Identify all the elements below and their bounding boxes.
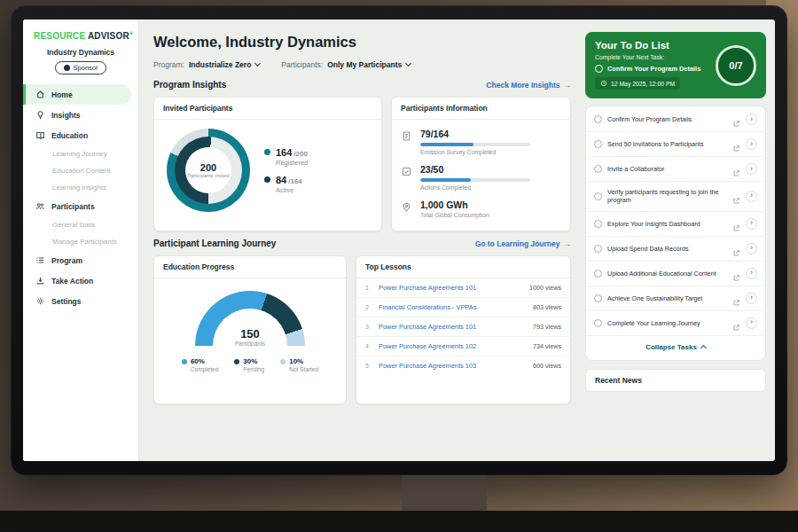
- program-insights-cards: Invited Participants 200 Participants In…: [153, 97, 571, 231]
- sidebar-item-label: Education: [51, 131, 88, 140]
- task-row-explore-insights[interactable]: Explore Your Insights Dashboard ›: [586, 212, 765, 237]
- participants-information-card: Participants Information 79/164 Emission…: [391, 97, 571, 231]
- checkbox-icon[interactable]: [594, 245, 602, 253]
- task-row-complete-learning-journey[interactable]: Complete Your Learning Journey ›: [586, 311, 765, 336]
- sidebar-item-program[interactable]: Program: [23, 250, 138, 270]
- checkbox-icon[interactable]: [594, 165, 602, 173]
- education-progress-card: Education Progress 150 Participants: [153, 255, 347, 404]
- checkbox-icon[interactable]: [594, 319, 602, 327]
- legend-pct: 10%: [289, 357, 303, 365]
- go-to-learning-journey-link[interactable]: Go to Learning Journey →: [475, 239, 571, 248]
- progress-fill: [420, 178, 471, 182]
- external-link-icon: [732, 192, 740, 200]
- task-label: Explore Your Insights Dashboard: [607, 220, 727, 228]
- todo-progress-value: 0/7: [729, 60, 742, 71]
- collapse-tasks-button[interactable]: Collapse Tasks: [586, 336, 765, 359]
- learning-journey-header: Participant Learning Journey Go to Learn…: [153, 239, 571, 248]
- chevron-right-icon[interactable]: ›: [746, 218, 757, 230]
- lesson-row: 2 Financial Considerations - VPPAs 803 v…: [356, 298, 570, 317]
- chevron-right-icon[interactable]: ›: [746, 191, 757, 202]
- sponsor-label: Sponsor: [74, 64, 98, 72]
- task-row-confirm-program[interactable]: Confirm Your Program Details ›: [586, 107, 765, 132]
- lesson-title-link[interactable]: Power Purchase Agreements 103: [379, 362, 526, 370]
- lesson-views: 803 views: [533, 303, 561, 311]
- chevron-right-icon[interactable]: ›: [746, 268, 757, 279]
- legend-pct: 30%: [243, 357, 257, 365]
- legend-item-active: 84 /164 Active: [264, 175, 308, 194]
- org-name: Industry Dynamics: [28, 48, 133, 57]
- chevron-down-icon: [405, 60, 411, 66]
- check-more-insights-link[interactable]: Check More Insights →: [486, 81, 571, 90]
- external-link-icon: [732, 220, 740, 228]
- checkbox-icon[interactable]: [594, 115, 602, 123]
- legend-label: Completed: [191, 366, 218, 372]
- desk-shadow: [0, 511, 798, 532]
- stat-consumption: 1,000 GWh Total Global Consumption: [401, 200, 561, 218]
- legend-label: Registered: [276, 159, 308, 167]
- stat-emission-survey: 79/164 Emission Survey Completed: [401, 129, 561, 155]
- checkbox-icon[interactable]: [594, 192, 602, 200]
- lesson-title-link[interactable]: Financial Considerations - VPPAs: [379, 303, 526, 311]
- task-label: Upload Additional Educational Content: [607, 270, 727, 278]
- todo-next-task[interactable]: Confirm Your Program Details: [595, 65, 715, 73]
- sidebar-item-manage-participants[interactable]: Manage Participants: [23, 233, 138, 250]
- legend-label: Active: [276, 186, 308, 194]
- task-row-upload-spend-data[interactable]: Upload Spend Data Records ›: [586, 237, 765, 262]
- checkbox-icon[interactable]: [595, 65, 603, 73]
- chevron-right-icon[interactable]: ›: [746, 317, 757, 329]
- sidebar-item-insights[interactable]: Insights: [23, 105, 138, 125]
- photo-background: RESOURCE ADVISOR+ Industry Dynamics Spon…: [0, 0, 798, 532]
- external-link-icon: [732, 270, 740, 278]
- todo-next-task-label: Confirm Your Program Details: [607, 65, 700, 73]
- checkbox-icon[interactable]: [594, 220, 602, 228]
- sidebar-item-education-content[interactable]: Education Content: [23, 162, 138, 179]
- link-label: Go to Learning Journey: [475, 239, 560, 248]
- chevron-right-icon[interactable]: ›: [746, 243, 757, 254]
- sidebar-item-take-action[interactable]: Take Action: [23, 270, 138, 291]
- checkbox-icon[interactable]: [594, 140, 602, 148]
- chevron-right-icon[interactable]: ›: [746, 113, 757, 125]
- task-row-send-invitations[interactable]: Send 50 Invitations to Participants ›: [586, 132, 765, 157]
- task-row-achieve-target[interactable]: Achieve One Sustainability Target ›: [586, 286, 765, 311]
- learning-journey-cards: Education Progress 150 Participants: [153, 255, 571, 404]
- brand-logo[interactable]: RESOURCE ADVISOR+: [23, 20, 138, 45]
- legend-item-pending: 30% Pending: [234, 357, 264, 372]
- legend-total: /164: [288, 177, 302, 185]
- checkbox-icon[interactable]: [594, 294, 602, 302]
- section-title: Program Insights: [153, 80, 226, 90]
- sidebar-item-learning-insights[interactable]: Learning Insights: [23, 179, 138, 196]
- lesson-title-link[interactable]: Power Purchase Agreements 102: [379, 342, 526, 350]
- task-row-upload-educational-content[interactable]: Upload Additional Educational Content ›: [586, 262, 765, 286]
- filter-value: Industrialize Zero: [189, 60, 251, 69]
- checkbox-icon[interactable]: [594, 270, 602, 278]
- sidebar-item-settings[interactable]: Settings: [23, 291, 138, 311]
- recent-news-header[interactable]: Recent News: [585, 369, 766, 392]
- sidebar-item-general-data[interactable]: General Data: [23, 216, 138, 233]
- lesson-rank: 4: [365, 343, 372, 349]
- sidebar-item-participants[interactable]: Participants: [23, 196, 138, 216]
- sidebar-item-label: Take Action: [51, 277, 93, 286]
- lesson-title-link[interactable]: Power Purchase Agreements 101: [379, 284, 522, 292]
- sidebar-item-learning-journey[interactable]: Learning Journey: [23, 145, 138, 162]
- progress-fill: [420, 143, 473, 146]
- task-row-verify-participants[interactable]: Verify participants requesting to join t…: [586, 182, 765, 212]
- participants-filter-dropdown[interactable]: Participants: Only My Participants: [281, 60, 411, 69]
- sidebar-item-label: Education Content: [52, 167, 111, 175]
- lesson-row: 4 Power Purchase Agreements 102 734 view…: [356, 337, 570, 356]
- task-row-invite-collaborator[interactable]: Invite a Collaborator ›: [586, 157, 765, 182]
- sidebar-item-education[interactable]: Education: [23, 125, 138, 145]
- org-block: Industry Dynamics Sponsor: [23, 45, 138, 82]
- chevron-right-icon[interactable]: ›: [746, 293, 757, 304]
- todo-progress-ring: 0/7: [716, 45, 756, 86]
- program-filter-dropdown[interactable]: Program: Industrialize Zero: [153, 60, 260, 69]
- chevron-right-icon[interactable]: ›: [746, 138, 757, 150]
- chevron-right-icon[interactable]: ›: [746, 163, 757, 175]
- lesson-title-link[interactable]: Power Purchase Agreements 101: [379, 323, 526, 331]
- chevron-up-icon: [700, 345, 707, 351]
- brand-primary: RESOURCE: [34, 31, 85, 41]
- sidebar-item-home[interactable]: Home: [23, 84, 131, 105]
- survey-icon: [401, 129, 412, 142]
- gear-icon: [35, 296, 45, 306]
- gauge-center: 150 Participants: [195, 328, 305, 347]
- legend-dot: [234, 359, 239, 364]
